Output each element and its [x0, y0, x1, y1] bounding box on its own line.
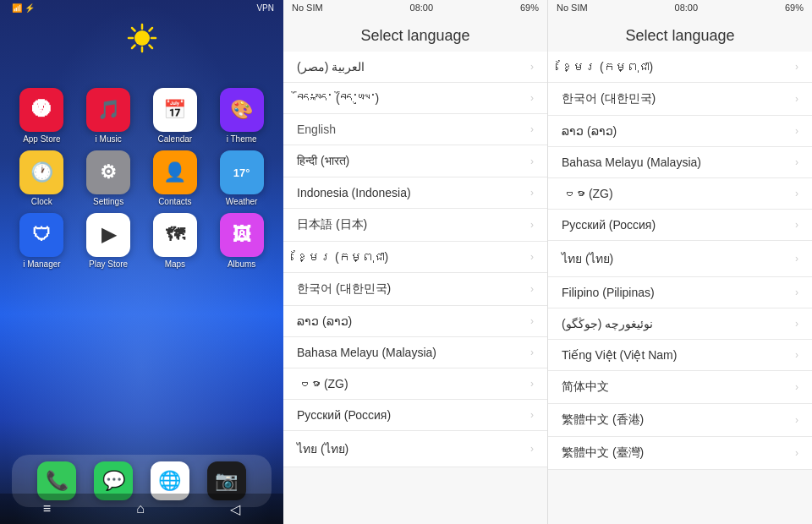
- panel-left-battery: 69%: [520, 3, 539, 13]
- back-button[interactable]: ◁: [230, 501, 240, 517]
- lang-item[interactable]: Русский (Россия)›: [548, 210, 812, 241]
- app-icon-i-manager[interactable]: 🛡i Manager: [12, 213, 72, 269]
- panel-right-carrier: No SIM: [557, 3, 588, 13]
- wifi-icon: ⚡: [25, 3, 35, 13]
- panel-left-title: Select language: [283, 15, 547, 52]
- svg-line-8: [132, 46, 135, 49]
- lang-item[interactable]: Bahasa Melayu (Malaysia)›: [548, 147, 812, 178]
- status-bar: 📶 ⚡ VPN: [0, 0, 283, 16]
- lang-item[interactable]: العربية (مصر)›: [283, 52, 547, 83]
- lang-item[interactable]: Indonesia (Indonesia)›: [283, 177, 547, 209]
- panel-left-carrier: No SIM: [292, 3, 323, 13]
- lang-item[interactable]: Bahasa Melayu (Malaysia)›: [283, 337, 547, 368]
- lang-item[interactable]: 简体中文›: [548, 371, 812, 404]
- right-panels: No SIM 08:00 69% Select language العربية…: [283, 0, 812, 524]
- app-icon-contacts[interactable]: 👤Contacts: [145, 150, 206, 206]
- vpn-icon: VPN: [256, 3, 274, 13]
- app-icon-maps[interactable]: 🗺Maps: [145, 213, 206, 269]
- panel-right-status: No SIM 08:00 69%: [548, 0, 812, 15]
- lang-item[interactable]: Tiếng Việt (Việt Nam)›: [548, 340, 812, 371]
- lang-item[interactable]: ไทย (ไทย)›: [283, 431, 547, 467]
- app-icon-settings[interactable]: ⚙Settings: [79, 150, 139, 206]
- lang-item[interactable]: हिन्दी (भारत)›: [283, 145, 547, 177]
- app-icon-play-store[interactable]: ▶Play Store: [79, 213, 139, 269]
- lang-item[interactable]: 繁體中文 (香港)›: [548, 404, 812, 437]
- app-icon-i-theme[interactable]: 🎨i Theme: [211, 88, 272, 144]
- phone-screen: 📶 ⚡ VPN: [0, 0, 283, 524]
- nav-bar[interactable]: ≡ ⌂ ◁: [0, 494, 283, 524]
- panel-left-status: No SIM 08:00 69%: [283, 0, 547, 15]
- menu-button[interactable]: ≡: [43, 501, 51, 516]
- lang-item[interactable]: English›: [283, 114, 547, 145]
- app-icon-i-music[interactable]: 🎵i Music: [79, 88, 139, 144]
- apps-grid: 🅥App Store🎵i Music📅Calendar🎨i Theme🕐Cloc…: [0, 78, 283, 279]
- app-icon-app-store[interactable]: 🅥App Store: [12, 88, 72, 144]
- signal-icon: 📶: [12, 3, 22, 13]
- panel-left-time: 08:00: [410, 3, 434, 13]
- app-icon-calendar[interactable]: 📅Calendar: [145, 88, 206, 144]
- lang-item[interactable]: 한국어 (대한민국)›: [548, 83, 812, 116]
- app-icon-albums[interactable]: 🖼Albums: [211, 213, 272, 269]
- svg-line-6: [149, 46, 152, 49]
- home-button[interactable]: ⌂: [136, 501, 145, 516]
- lang-item[interactable]: نوئيغورچه (جوڭگو)›: [548, 308, 812, 340]
- weather-section: [0, 23, 283, 69]
- weather-icon: [127, 23, 157, 53]
- weather-info: [139, 57, 145, 69]
- lang-item[interactable]: བོད་སྐད་ (བོད་ཡུལ་)›: [283, 83, 547, 114]
- lang-item[interactable]: 繁體中文 (臺灣)›: [548, 437, 812, 470]
- lang-item[interactable]: ខ្មែរ (កម្ពុជា)›: [283, 242, 547, 273]
- app-icon-weather[interactable]: 17°Weather: [211, 150, 272, 206]
- lang-panel-right: No SIM 08:00 69% Select language ខ្មែរ (…: [548, 0, 812, 524]
- lang-panel-left: No SIM 08:00 69% Select language العربية…: [283, 0, 547, 524]
- lang-item[interactable]: 日本語 (日本)›: [283, 209, 547, 242]
- status-left: 📶 ⚡: [7, 3, 35, 13]
- panel-right-title: Select language: [548, 15, 812, 52]
- lang-item[interactable]: ខ្មែរ (កម្ពុជា)›: [548, 52, 812, 83]
- status-right: VPN: [254, 3, 277, 13]
- lang-item[interactable]: ဗမာ (ZG)›: [283, 368, 547, 400]
- app-icon-clock[interactable]: 🕐Clock: [12, 150, 72, 206]
- lang-item[interactable]: ไทย (ไทย)›: [548, 241, 812, 277]
- lang-list-left[interactable]: العربية (مصر)›བོད་སྐད་ (བོད་ཡུལ་)›Englis…: [283, 52, 547, 524]
- svg-line-5: [132, 28, 135, 31]
- lang-item[interactable]: ဗမာ (ZG)›: [548, 178, 812, 210]
- panel-right-battery: 69%: [785, 3, 804, 13]
- lang-item[interactable]: 한국어 (대한민국)›: [283, 273, 547, 306]
- lang-list-right[interactable]: ខ្មែរ (កម្ពុជា)›한국어 (대한민국)›ລາວ (ລາວ)›Bah…: [548, 52, 812, 524]
- lang-item[interactable]: Filipino (Pilipinas)›: [548, 277, 812, 308]
- panel-right-time: 08:00: [675, 3, 699, 13]
- svg-line-7: [149, 28, 152, 31]
- lang-item[interactable]: Русский (Россия)›: [283, 400, 547, 431]
- lang-item[interactable]: ລາວ (ລາວ)›: [548, 116, 812, 147]
- lang-item[interactable]: ລາວ (ລາວ)›: [283, 306, 547, 337]
